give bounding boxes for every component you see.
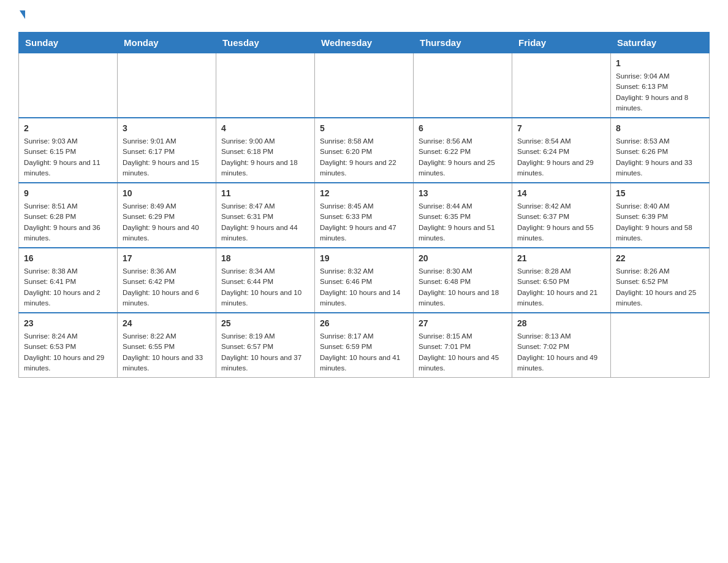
calendar-cell: 22Sunrise: 8:26 AM Sunset: 6:52 PM Dayli… — [611, 248, 710, 313]
calendar-cell: 9Sunrise: 8:51 AM Sunset: 6:28 PM Daylig… — [19, 183, 118, 248]
calendar-week-row: 1Sunrise: 9:04 AM Sunset: 6:13 PM Daylig… — [19, 53, 710, 118]
day-of-week-header: Friday — [512, 33, 611, 53]
calendar-cell: 25Sunrise: 8:19 AM Sunset: 6:57 PM Dayli… — [216, 313, 315, 378]
calendar-cell: 28Sunrise: 8:13 AM Sunset: 7:02 PM Dayli… — [512, 313, 611, 378]
day-info: Sunrise: 9:04 AM Sunset: 6:13 PM Dayligh… — [616, 71, 704, 113]
day-of-week-header: Tuesday — [216, 33, 315, 53]
calendar-cell: 7Sunrise: 8:54 AM Sunset: 6:24 PM Daylig… — [512, 118, 611, 183]
day-number: 16 — [24, 252, 112, 265]
day-number: 20 — [419, 252, 507, 265]
day-info: Sunrise: 8:28 AM Sunset: 6:50 PM Dayligh… — [517, 266, 605, 308]
day-info: Sunrise: 9:03 AM Sunset: 6:15 PM Dayligh… — [24, 136, 112, 178]
calendar-cell: 15Sunrise: 8:40 AM Sunset: 6:39 PM Dayli… — [611, 183, 710, 248]
day-number: 17 — [123, 252, 211, 265]
calendar-cell: 13Sunrise: 8:44 AM Sunset: 6:35 PM Dayli… — [414, 183, 512, 248]
day-of-week-header: Sunday — [19, 33, 118, 53]
calendar-cell: 27Sunrise: 8:15 AM Sunset: 7:01 PM Dayli… — [414, 313, 512, 378]
calendar-cell: 6Sunrise: 8:56 AM Sunset: 6:22 PM Daylig… — [414, 118, 512, 183]
day-number: 9 — [24, 187, 112, 200]
day-info: Sunrise: 8:58 AM Sunset: 6:20 PM Dayligh… — [320, 136, 408, 178]
day-info: Sunrise: 8:36 AM Sunset: 6:42 PM Dayligh… — [123, 266, 211, 308]
calendar-cell: 16Sunrise: 8:38 AM Sunset: 6:41 PM Dayli… — [19, 248, 118, 313]
day-number: 10 — [123, 187, 211, 200]
calendar-header-row: SundayMondayTuesdayWednesdayThursdayFrid… — [19, 33, 710, 53]
day-number: 26 — [320, 317, 408, 330]
calendar-week-row: 16Sunrise: 8:38 AM Sunset: 6:41 PM Dayli… — [19, 248, 710, 313]
day-info: Sunrise: 8:34 AM Sunset: 6:44 PM Dayligh… — [221, 266, 309, 308]
day-of-week-header: Wednesday — [315, 33, 414, 53]
calendar-cell: 19Sunrise: 8:32 AM Sunset: 6:46 PM Dayli… — [315, 248, 414, 313]
day-number: 21 — [517, 252, 605, 265]
day-info: Sunrise: 8:22 AM Sunset: 6:55 PM Dayligh… — [123, 331, 211, 373]
day-info: Sunrise: 8:17 AM Sunset: 6:59 PM Dayligh… — [320, 331, 408, 373]
day-info: Sunrise: 9:01 AM Sunset: 6:17 PM Dayligh… — [123, 136, 211, 178]
day-info: Sunrise: 8:49 AM Sunset: 6:29 PM Dayligh… — [123, 201, 211, 243]
day-info: Sunrise: 9:00 AM Sunset: 6:18 PM Dayligh… — [221, 136, 309, 178]
day-number: 2 — [24, 122, 112, 135]
calendar-cell: 24Sunrise: 8:22 AM Sunset: 6:55 PM Dayli… — [118, 313, 216, 378]
calendar-cell — [315, 53, 414, 118]
day-number: 12 — [320, 187, 408, 200]
day-info: Sunrise: 8:26 AM Sunset: 6:52 PM Dayligh… — [616, 266, 704, 308]
calendar-cell — [19, 53, 118, 118]
calendar-cell: 14Sunrise: 8:42 AM Sunset: 6:37 PM Dayli… — [512, 183, 611, 248]
calendar-cell: 4Sunrise: 9:00 AM Sunset: 6:18 PM Daylig… — [216, 118, 315, 183]
calendar-cell: 21Sunrise: 8:28 AM Sunset: 6:50 PM Dayli… — [512, 248, 611, 313]
day-info: Sunrise: 8:13 AM Sunset: 7:02 PM Dayligh… — [517, 331, 605, 373]
calendar-cell: 5Sunrise: 8:58 AM Sunset: 6:20 PM Daylig… — [315, 118, 414, 183]
day-number: 6 — [419, 122, 507, 135]
calendar-cell: 12Sunrise: 8:45 AM Sunset: 6:33 PM Dayli… — [315, 183, 414, 248]
day-info: Sunrise: 8:24 AM Sunset: 6:53 PM Dayligh… — [24, 331, 112, 373]
calendar-cell: 20Sunrise: 8:30 AM Sunset: 6:48 PM Dayli… — [414, 248, 512, 313]
calendar-cell: 1Sunrise: 9:04 AM Sunset: 6:13 PM Daylig… — [611, 53, 710, 118]
calendar-table: SundayMondayTuesdayWednesdayThursdayFrid… — [18, 32, 710, 378]
day-number: 19 — [320, 252, 408, 265]
day-number: 27 — [419, 317, 507, 330]
day-number: 7 — [517, 122, 605, 135]
day-info: Sunrise: 8:45 AM Sunset: 6:33 PM Dayligh… — [320, 201, 408, 243]
day-of-week-header: Thursday — [414, 33, 512, 53]
day-number: 3 — [123, 122, 211, 135]
calendar-cell: 26Sunrise: 8:17 AM Sunset: 6:59 PM Dayli… — [315, 313, 414, 378]
calendar-week-row: 2Sunrise: 9:03 AM Sunset: 6:15 PM Daylig… — [19, 118, 710, 183]
day-of-week-header: Monday — [118, 33, 216, 53]
day-number: 15 — [616, 187, 704, 200]
page-header — [18, 12, 710, 21]
day-number: 14 — [517, 187, 605, 200]
day-number: 1 — [616, 57, 704, 70]
day-info: Sunrise: 8:15 AM Sunset: 7:01 PM Dayligh… — [419, 331, 507, 373]
calendar-cell: 2Sunrise: 9:03 AM Sunset: 6:15 PM Daylig… — [19, 118, 118, 183]
calendar-cell: 3Sunrise: 9:01 AM Sunset: 6:17 PM Daylig… — [118, 118, 216, 183]
day-number: 5 — [320, 122, 408, 135]
day-info: Sunrise: 8:40 AM Sunset: 6:39 PM Dayligh… — [616, 201, 704, 243]
day-info: Sunrise: 8:51 AM Sunset: 6:28 PM Dayligh… — [24, 201, 112, 243]
calendar-cell: 10Sunrise: 8:49 AM Sunset: 6:29 PM Dayli… — [118, 183, 216, 248]
day-info: Sunrise: 8:42 AM Sunset: 6:37 PM Dayligh… — [517, 201, 605, 243]
day-info: Sunrise: 8:19 AM Sunset: 6:57 PM Dayligh… — [221, 331, 309, 373]
day-info: Sunrise: 8:56 AM Sunset: 6:22 PM Dayligh… — [419, 136, 507, 178]
day-info: Sunrise: 8:38 AM Sunset: 6:41 PM Dayligh… — [24, 266, 112, 308]
day-info: Sunrise: 8:44 AM Sunset: 6:35 PM Dayligh… — [419, 201, 507, 243]
day-info: Sunrise: 8:47 AM Sunset: 6:31 PM Dayligh… — [221, 201, 309, 243]
day-info: Sunrise: 8:53 AM Sunset: 6:26 PM Dayligh… — [616, 136, 704, 178]
calendar-cell: 23Sunrise: 8:24 AM Sunset: 6:53 PM Dayli… — [19, 313, 118, 378]
day-number: 28 — [517, 317, 605, 330]
day-number: 22 — [616, 252, 704, 265]
day-info: Sunrise: 8:30 AM Sunset: 6:48 PM Dayligh… — [419, 266, 507, 308]
day-number: 4 — [221, 122, 309, 135]
calendar-cell: 17Sunrise: 8:36 AM Sunset: 6:42 PM Dayli… — [118, 248, 216, 313]
calendar-cell — [611, 313, 710, 378]
calendar-cell — [512, 53, 611, 118]
day-number: 8 — [616, 122, 704, 135]
calendar-cell: 18Sunrise: 8:34 AM Sunset: 6:44 PM Dayli… — [216, 248, 315, 313]
calendar-week-row: 23Sunrise: 8:24 AM Sunset: 6:53 PM Dayli… — [19, 313, 710, 378]
calendar-cell: 11Sunrise: 8:47 AM Sunset: 6:31 PM Dayli… — [216, 183, 315, 248]
day-number: 11 — [221, 187, 309, 200]
day-number: 24 — [123, 317, 211, 330]
logo — [18, 12, 25, 21]
day-info: Sunrise: 8:32 AM Sunset: 6:46 PM Dayligh… — [320, 266, 408, 308]
logo-triangle-icon — [20, 10, 25, 19]
calendar-cell: 8Sunrise: 8:53 AM Sunset: 6:26 PM Daylig… — [611, 118, 710, 183]
calendar-cell — [118, 53, 216, 118]
day-number: 23 — [24, 317, 112, 330]
